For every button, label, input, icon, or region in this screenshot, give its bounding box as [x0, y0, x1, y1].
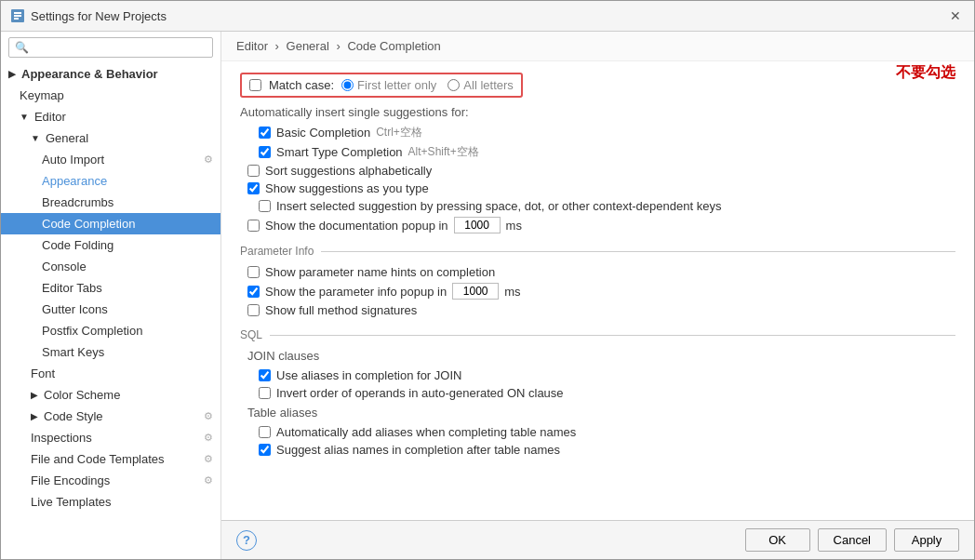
smart-completion-shortcut: Alt+Shift+空格	[408, 144, 479, 160]
param-info-popup-checkbox[interactable]	[247, 286, 260, 298]
sidebar-item-breadcrumbs[interactable]: Breadcrumbs	[1, 192, 220, 213]
join-clauses-label: JOIN clauses	[247, 349, 955, 363]
first-letter-label: First letter only	[357, 78, 436, 92]
auto-insert-label: Automatically insert single suggestions …	[240, 105, 955, 119]
use-aliases-checkbox[interactable]	[259, 369, 271, 381]
show-doc-checkbox[interactable]	[247, 220, 260, 232]
param-info-label: Parameter Info	[240, 245, 314, 258]
show-as-type-checkbox[interactable]	[247, 182, 260, 194]
chevron-icon: ▶	[8, 69, 16, 79]
search-input[interactable]	[8, 37, 213, 58]
suggest-alias-checkbox[interactable]	[259, 444, 271, 456]
content-area: ▶ Appearance & Behavior Keymap ▼ Editor …	[1, 32, 974, 559]
sidebar-item-editor[interactable]: ▼ Editor	[1, 106, 220, 127]
title-bar-left: Settings for New Projects	[10, 8, 167, 23]
basic-completion-row: Basic Completion Ctrl+空格	[259, 125, 955, 140]
sidebar-label: Postfix Completion	[42, 324, 142, 338]
chevron-icon: ▼	[31, 133, 40, 143]
section-divider2	[270, 335, 955, 336]
sidebar-item-appearance[interactable]: Appearance	[1, 170, 220, 192]
gear-icon: ⚙	[204, 432, 213, 444]
radio-group: First letter only All letters	[341, 78, 514, 92]
chevron-icon: ▼	[20, 112, 29, 122]
param-info-popup-row: Show the parameter info popup in ms	[247, 283, 955, 300]
doc-popup-unit: ms	[506, 219, 522, 233]
sidebar-item-editor-tabs[interactable]: Editor Tabs	[1, 277, 220, 299]
auto-add-aliases-checkbox[interactable]	[259, 426, 271, 438]
invert-order-label: Invert order of operands in auto-generat…	[276, 386, 564, 400]
help-button[interactable]: ?	[236, 530, 257, 551]
show-as-type-row: Show suggestions as you type	[247, 181, 955, 195]
param-name-hints-checkbox[interactable]	[247, 266, 260, 278]
sidebar-item-file-code-templates[interactable]: File and Code Templates ⚙	[1, 448, 220, 470]
sidebar-item-live-templates[interactable]: Live Templates	[1, 491, 220, 513]
sidebar-item-color-scheme[interactable]: ▶ Color Scheme	[1, 384, 220, 406]
sidebar-label: Color Scheme	[44, 388, 120, 402]
sidebar-label: Code Style	[44, 409, 103, 423]
sort-alpha-checkbox[interactable]	[247, 165, 260, 177]
sidebar-item-font[interactable]: Font	[1, 363, 220, 384]
gear-icon: ⚙	[204, 453, 213, 465]
breadcrumb-code-completion: Code Completion	[347, 39, 440, 53]
first-letter-option[interactable]: First letter only	[341, 78, 436, 92]
ok-button[interactable]: OK	[745, 528, 810, 552]
table-aliases-label: Table aliases	[247, 406, 955, 420]
cancel-button[interactable]: Cancel	[818, 528, 887, 552]
param-name-hints-row: Show parameter name hints on completion	[247, 265, 955, 279]
sidebar-item-gutter-icons[interactable]: Gutter Icons	[1, 299, 220, 320]
match-case-row: Match case: First letter only All letter…	[240, 73, 523, 98]
breadcrumb-sep2: ›	[336, 39, 343, 53]
gear-icon: ⚙	[204, 153, 213, 166]
suggest-alias-label: Suggest alias names in completion after …	[276, 443, 560, 457]
sidebar-item-code-folding[interactable]: Code Folding	[1, 234, 220, 256]
sidebar-item-code-style[interactable]: ▶ Code Style ⚙	[1, 406, 220, 427]
smart-completion-checkbox[interactable]	[259, 146, 271, 158]
insert-selected-checkbox[interactable]	[259, 200, 271, 212]
annotation-text: 不要勾选	[896, 63, 955, 83]
sidebar-label: Gutter Icons	[42, 302, 108, 316]
insert-selected-row: Insert selected suggestion by pressing s…	[259, 199, 955, 213]
param-info-popup-label: Show the parameter info popup in	[265, 285, 447, 299]
full-method-sig-row: Show full method signatures	[247, 303, 955, 317]
svg-rect-1	[14, 12, 21, 14]
apply-button[interactable]: Apply	[894, 528, 959, 552]
sidebar-label: Appearance	[42, 174, 107, 188]
doc-popup-input[interactable]: 1000	[454, 217, 501, 233]
sidebar-item-postfix-completion[interactable]: Postfix Completion	[1, 320, 220, 341]
invert-order-row: Invert order of operands in auto-generat…	[259, 386, 955, 400]
sort-alpha-row: Sort suggestions alphabetically	[247, 164, 955, 178]
sidebar-item-auto-import[interactable]: Auto Import ⚙	[1, 149, 220, 170]
sidebar-label: Auto Import	[42, 153, 104, 167]
sidebar-label: Font	[31, 367, 55, 380]
sidebar-item-general[interactable]: ▼ General	[1, 127, 220, 149]
sidebar-item-appearance-behavior[interactable]: ▶ Appearance & Behavior	[1, 63, 220, 85]
param-popup-input[interactable]	[452, 283, 499, 300]
full-method-sig-checkbox[interactable]	[247, 304, 260, 316]
dialog-title: Settings for New Projects	[31, 9, 167, 23]
show-doc-row: Show the documentation popup in 1000 ms	[247, 217, 955, 233]
auto-add-aliases-row: Automatically add aliases when completin…	[259, 425, 955, 439]
sidebar-item-console[interactable]: Console	[1, 256, 220, 277]
sidebar-label: Smart Keys	[42, 345, 104, 359]
all-letters-radio[interactable]	[447, 79, 460, 91]
show-doc-label: Show the documentation popup in	[265, 219, 448, 233]
sidebar-item-inspections[interactable]: Inspections ⚙	[1, 427, 220, 448]
sidebar-item-keymap[interactable]: Keymap	[1, 85, 220, 106]
sidebar-item-smart-keys[interactable]: Smart Keys	[1, 341, 220, 363]
bottom-bar: ? OK Cancel Apply	[221, 520, 974, 559]
smart-completion-label: Smart Type Completion	[276, 145, 403, 159]
sidebar-item-file-encodings[interactable]: File Encodings ⚙	[1, 470, 220, 491]
basic-completion-label: Basic Completion	[276, 126, 370, 140]
full-method-sig-label: Show full method signatures	[265, 303, 417, 317]
show-as-type-label: Show suggestions as you type	[265, 181, 429, 195]
sidebar-label: Inspections	[31, 431, 92, 445]
basic-completion-checkbox[interactable]	[259, 127, 271, 139]
all-letters-label: All letters	[463, 78, 513, 92]
all-letters-option[interactable]: All letters	[447, 78, 513, 92]
first-letter-radio[interactable]	[341, 79, 354, 91]
close-button[interactable]: ✕	[946, 7, 965, 25]
sidebar-item-code-completion[interactable]: Code Completion	[1, 213, 220, 234]
match-case-checkbox[interactable]	[249, 79, 261, 91]
invert-order-checkbox[interactable]	[259, 387, 271, 399]
sidebar-label: General	[46, 131, 88, 145]
